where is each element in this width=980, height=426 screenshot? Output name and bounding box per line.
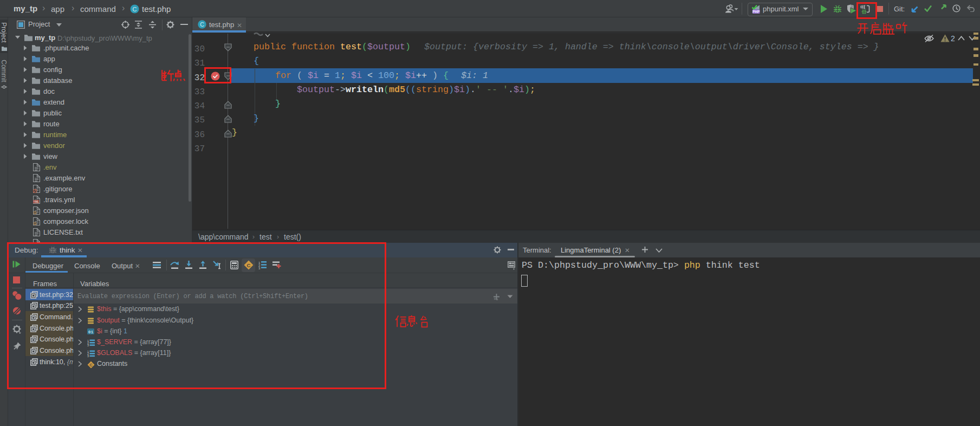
svg-text:YML: YML: [33, 200, 39, 203]
svg-text:C: C: [133, 6, 137, 12]
svg-text:C: C: [200, 21, 204, 28]
svg-text:PHP: PHP: [752, 10, 760, 14]
